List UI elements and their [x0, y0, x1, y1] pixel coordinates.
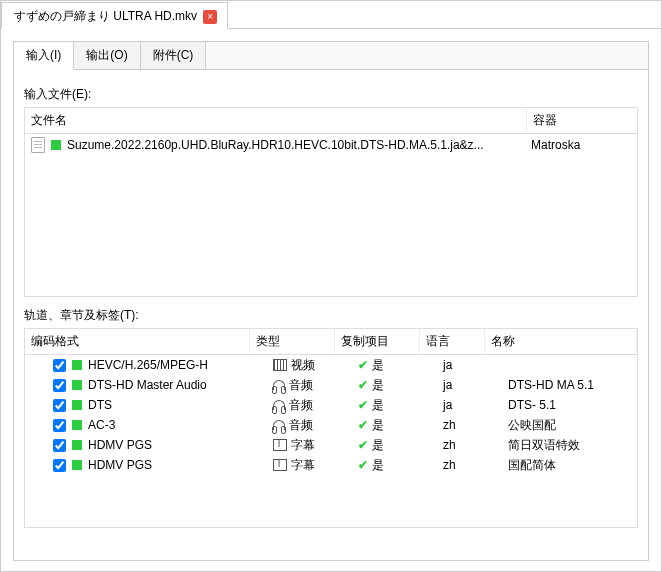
close-tab-button[interactable]: ×	[203, 10, 217, 24]
track-checkbox[interactable]	[53, 459, 66, 472]
track-row[interactable]: AC-3音频✔是zh公映国配	[25, 415, 637, 435]
checkmark-icon: ✔	[358, 418, 368, 432]
checkmark-icon: ✔	[358, 458, 368, 472]
track-checkbox[interactable]	[53, 439, 66, 452]
track-codec: HDMV PGS	[88, 438, 273, 452]
document-icon	[31, 137, 45, 153]
track-codec: DTS	[88, 398, 273, 412]
track-name: 国配简体	[508, 457, 631, 474]
window-tab[interactable]: すずめの戸締まり ULTRA HD.mkv ×	[1, 2, 228, 29]
file-name: Suzume.2022.2160p.UHD.BluRay.HDR10.HEVC.…	[67, 138, 531, 152]
tab-output[interactable]: 输出(O)	[74, 42, 140, 69]
subtitle-icon	[273, 439, 287, 451]
input-files-list[interactable]: 文件名 容器 Suzume.2022.2160p.UHD.BluRay.HDR1…	[24, 107, 638, 297]
track-lang: zh	[443, 418, 508, 432]
tab-attachment[interactable]: 附件(C)	[141, 42, 207, 69]
tab-input[interactable]: 输入(I)	[14, 42, 74, 70]
track-name: 公映国配	[508, 417, 631, 434]
track-copy: ✔是	[358, 437, 443, 454]
tracks-header: 编码格式 类型 复制项目 语言 名称	[25, 329, 637, 355]
color-swatch	[72, 420, 82, 430]
audio-icon	[273, 400, 285, 410]
color-swatch	[72, 360, 82, 370]
checkmark-icon: ✔	[358, 438, 368, 452]
window-tab-title: すずめの戸締まり ULTRA HD.mkv	[14, 8, 197, 25]
track-lang: ja	[443, 358, 508, 372]
tracks-header-codec[interactable]: 编码格式	[25, 329, 250, 354]
track-type: 字幕	[273, 457, 358, 474]
track-copy: ✔是	[358, 357, 443, 374]
track-name: DTS-HD MA 5.1	[508, 378, 631, 392]
track-lang: zh	[443, 438, 508, 452]
track-copy: ✔是	[358, 417, 443, 434]
input-files-label: 输入文件(E):	[24, 86, 638, 103]
audio-icon	[273, 380, 285, 390]
track-row[interactable]: HDMV PGS字幕✔是zh国配简体	[25, 455, 637, 475]
color-swatch	[72, 380, 82, 390]
track-name: 简日双语特效	[508, 437, 631, 454]
tracks-header-name[interactable]: 名称	[485, 329, 637, 354]
track-row[interactable]: DTS-HD Master Audio音频✔是jaDTS-HD MA 5.1	[25, 375, 637, 395]
subtitle-icon	[273, 459, 287, 471]
track-checkbox[interactable]	[53, 359, 66, 372]
track-type: 音频	[273, 377, 358, 394]
video-icon	[273, 359, 287, 371]
track-lang: ja	[443, 378, 508, 392]
track-row[interactable]: HDMV PGS字幕✔是zh简日双语特效	[25, 435, 637, 455]
files-header: 文件名 容器	[25, 108, 637, 134]
track-copy: ✔是	[358, 397, 443, 414]
track-row[interactable]: DTS音频✔是jaDTS- 5.1	[25, 395, 637, 415]
track-row[interactable]: HEVC/H.265/MPEG-H视频✔是ja	[25, 355, 637, 375]
track-checkbox[interactable]	[53, 379, 66, 392]
track-name: DTS- 5.1	[508, 398, 631, 412]
checkmark-icon: ✔	[358, 358, 368, 372]
track-codec: HDMV PGS	[88, 458, 273, 472]
tracks-header-copy[interactable]: 复制项目	[335, 329, 420, 354]
color-swatch	[72, 440, 82, 450]
track-lang: ja	[443, 398, 508, 412]
file-container: Matroska	[531, 138, 631, 152]
checkmark-icon: ✔	[358, 378, 368, 392]
track-type: 字幕	[273, 437, 358, 454]
track-copy: ✔是	[358, 377, 443, 394]
files-header-container[interactable]: 容器	[527, 108, 637, 133]
track-copy: ✔是	[358, 457, 443, 474]
track-type: 视频	[273, 357, 358, 374]
checkmark-icon: ✔	[358, 398, 368, 412]
track-codec: DTS-HD Master Audio	[88, 378, 273, 392]
audio-icon	[273, 420, 285, 430]
tracks-header-lang[interactable]: 语言	[420, 329, 485, 354]
window-tab-bar: すずめの戸締まり ULTRA HD.mkv ×	[1, 1, 661, 29]
track-codec: AC-3	[88, 418, 273, 432]
color-swatch	[72, 460, 82, 470]
track-type: 音频	[273, 417, 358, 434]
color-swatch	[72, 400, 82, 410]
file-row[interactable]: Suzume.2022.2160p.UHD.BluRay.HDR10.HEVC.…	[25, 134, 637, 156]
tracks-header-type[interactable]: 类型	[250, 329, 335, 354]
track-type: 音频	[273, 397, 358, 414]
files-header-filename[interactable]: 文件名	[25, 108, 527, 133]
tracks-label: 轨道、章节及标签(T):	[24, 307, 638, 324]
track-checkbox[interactable]	[53, 419, 66, 432]
track-checkbox[interactable]	[53, 399, 66, 412]
tracks-list[interactable]: 编码格式 类型 复制项目 语言 名称 HEVC/H.265/MPEG-H视频✔是…	[24, 328, 638, 528]
track-codec: HEVC/H.265/MPEG-H	[88, 358, 273, 372]
panel-tabs: 输入(I) 输出(O) 附件(C)	[14, 42, 648, 70]
main-panel: 输入(I) 输出(O) 附件(C) 输入文件(E): 文件名 容器 Suzume…	[13, 41, 649, 561]
panel-body: 输入文件(E): 文件名 容器 Suzume.2022.2160p.UHD.Bl…	[14, 70, 648, 538]
color-swatch	[51, 140, 61, 150]
track-lang: zh	[443, 458, 508, 472]
